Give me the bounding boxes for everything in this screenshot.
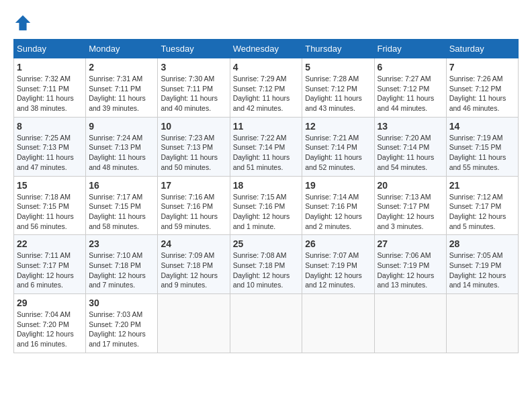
page-header bbox=[13, 13, 519, 32]
day-number: 18 bbox=[233, 180, 300, 191]
day-number: 2 bbox=[89, 62, 154, 73]
calendar-cell: 12 Sunrise: 7:21 AMSunset: 7:14 PMDaylig… bbox=[302, 117, 374, 176]
day-detail: Sunrise: 7:23 AMSunset: 7:13 PMDaylight:… bbox=[161, 134, 218, 171]
calendar-cell: 2 Sunrise: 7:31 AMSunset: 7:11 PMDayligh… bbox=[86, 58, 158, 118]
calendar-week-2: 8 Sunrise: 7:25 AMSunset: 7:13 PMDayligh… bbox=[14, 117, 519, 176]
day-detail: Sunrise: 7:09 AMSunset: 7:18 PMDaylight:… bbox=[161, 251, 218, 289]
day-detail: Sunrise: 7:26 AMSunset: 7:12 PMDaylight:… bbox=[449, 75, 506, 112]
col-header-monday: Monday bbox=[86, 40, 158, 58]
calendar-week-1: 1 Sunrise: 7:32 AMSunset: 7:11 PMDayligh… bbox=[14, 58, 519, 118]
calendar-cell: 24 Sunrise: 7:09 AMSunset: 7:18 PMDaylig… bbox=[158, 235, 230, 294]
col-header-tuesday: Tuesday bbox=[158, 40, 230, 58]
day-number: 12 bbox=[305, 121, 371, 132]
day-detail: Sunrise: 7:29 AMSunset: 7:12 PMDaylight:… bbox=[233, 75, 290, 112]
col-header-sunday: Sunday bbox=[14, 40, 86, 58]
day-number: 28 bbox=[449, 238, 515, 249]
calendar-cell: 26 Sunrise: 7:07 AMSunset: 7:19 PMDaylig… bbox=[302, 235, 374, 294]
day-number: 19 bbox=[305, 180, 371, 191]
day-number: 27 bbox=[378, 238, 443, 249]
day-number: 15 bbox=[17, 180, 83, 191]
day-detail: Sunrise: 7:15 AMSunset: 7:16 PMDaylight:… bbox=[233, 193, 290, 230]
calendar-week-3: 15 Sunrise: 7:18 AMSunset: 7:15 PMDaylig… bbox=[14, 176, 519, 235]
calendar-cell: 15 Sunrise: 7:18 AMSunset: 7:15 PMDaylig… bbox=[14, 176, 86, 235]
day-number: 14 bbox=[449, 121, 515, 132]
day-number: 21 bbox=[449, 180, 515, 191]
day-detail: Sunrise: 7:10 AMSunset: 7:18 PMDaylight:… bbox=[89, 251, 146, 289]
day-number: 17 bbox=[161, 180, 226, 191]
day-detail: Sunrise: 7:18 AMSunset: 7:15 PMDaylight:… bbox=[17, 193, 74, 230]
calendar-cell: 22 Sunrise: 7:11 AMSunset: 7:17 PMDaylig… bbox=[14, 235, 86, 294]
day-detail: Sunrise: 7:31 AMSunset: 7:11 PMDaylight:… bbox=[89, 75, 146, 112]
col-header-friday: Friday bbox=[374, 40, 446, 58]
day-detail: Sunrise: 7:11 AMSunset: 7:17 PMDaylight:… bbox=[17, 251, 74, 289]
day-number: 20 bbox=[378, 180, 443, 191]
col-header-thursday: Thursday bbox=[302, 40, 374, 58]
calendar-cell: 16 Sunrise: 7:17 AMSunset: 7:15 PMDaylig… bbox=[86, 176, 158, 235]
day-detail: Sunrise: 7:13 AMSunset: 7:17 PMDaylight:… bbox=[378, 193, 435, 230]
calendar-week-5: 29 Sunrise: 7:04 AMSunset: 7:20 PMDaylig… bbox=[14, 294, 519, 353]
day-detail: Sunrise: 7:12 AMSunset: 7:17 PMDaylight:… bbox=[449, 193, 506, 230]
day-number: 9 bbox=[89, 121, 154, 132]
calendar-cell bbox=[230, 294, 302, 353]
day-number: 13 bbox=[378, 121, 443, 132]
day-detail: Sunrise: 7:04 AMSunset: 7:20 PMDaylight:… bbox=[17, 310, 74, 348]
day-detail: Sunrise: 7:19 AMSunset: 7:15 PMDaylight:… bbox=[449, 134, 506, 171]
calendar-header: SundayMondayTuesdayWednesdayThursdayFrid… bbox=[14, 40, 519, 58]
day-detail: Sunrise: 7:30 AMSunset: 7:11 PMDaylight:… bbox=[161, 75, 218, 112]
day-detail: Sunrise: 7:24 AMSunset: 7:13 PMDaylight:… bbox=[89, 134, 146, 171]
day-number: 7 bbox=[449, 62, 515, 73]
day-detail: Sunrise: 7:17 AMSunset: 7:15 PMDaylight:… bbox=[89, 193, 146, 230]
logo bbox=[13, 13, 36, 32]
day-detail: Sunrise: 7:28 AMSunset: 7:12 PMDaylight:… bbox=[305, 75, 362, 112]
calendar-cell: 19 Sunrise: 7:14 AMSunset: 7:16 PMDaylig… bbox=[302, 176, 374, 235]
calendar-week-4: 22 Sunrise: 7:11 AMSunset: 7:17 PMDaylig… bbox=[14, 235, 519, 294]
day-detail: Sunrise: 7:03 AMSunset: 7:20 PMDaylight:… bbox=[89, 310, 146, 348]
day-detail: Sunrise: 7:14 AMSunset: 7:16 PMDaylight:… bbox=[305, 193, 362, 230]
day-detail: Sunrise: 7:16 AMSunset: 7:16 PMDaylight:… bbox=[161, 193, 218, 230]
day-number: 22 bbox=[17, 238, 83, 249]
day-number: 10 bbox=[161, 121, 226, 132]
calendar-cell: 21 Sunrise: 7:12 AMSunset: 7:17 PMDaylig… bbox=[446, 176, 518, 235]
calendar-cell: 1 Sunrise: 7:32 AMSunset: 7:11 PMDayligh… bbox=[14, 58, 86, 118]
calendar-cell: 17 Sunrise: 7:16 AMSunset: 7:16 PMDaylig… bbox=[158, 176, 230, 235]
day-detail: Sunrise: 7:22 AMSunset: 7:14 PMDaylight:… bbox=[233, 134, 290, 171]
day-detail: Sunrise: 7:07 AMSunset: 7:19 PMDaylight:… bbox=[305, 251, 362, 289]
day-number: 6 bbox=[378, 62, 443, 73]
day-number: 24 bbox=[161, 238, 226, 249]
svg-marker-0 bbox=[15, 15, 30, 30]
day-detail: Sunrise: 7:25 AMSunset: 7:13 PMDaylight:… bbox=[17, 134, 74, 171]
calendar-cell bbox=[302, 294, 374, 353]
calendar-cell: 27 Sunrise: 7:06 AMSunset: 7:19 PMDaylig… bbox=[374, 235, 446, 294]
day-number: 1 bbox=[17, 62, 83, 73]
calendar-cell: 29 Sunrise: 7:04 AMSunset: 7:20 PMDaylig… bbox=[14, 294, 86, 353]
day-detail: Sunrise: 7:08 AMSunset: 7:18 PMDaylight:… bbox=[233, 251, 290, 289]
calendar-cell: 28 Sunrise: 7:05 AMSunset: 7:19 PMDaylig… bbox=[446, 235, 518, 294]
calendar-cell: 9 Sunrise: 7:24 AMSunset: 7:13 PMDayligh… bbox=[86, 117, 158, 176]
day-number: 5 bbox=[305, 62, 371, 73]
day-detail: Sunrise: 7:05 AMSunset: 7:19 PMDaylight:… bbox=[449, 251, 506, 289]
calendar-cell bbox=[158, 294, 230, 353]
calendar-table: SundayMondayTuesdayWednesdayThursdayFrid… bbox=[13, 39, 519, 353]
calendar-cell: 5 Sunrise: 7:28 AMSunset: 7:12 PMDayligh… bbox=[302, 58, 374, 118]
day-number: 11 bbox=[233, 121, 300, 132]
day-number: 30 bbox=[89, 298, 154, 308]
day-detail: Sunrise: 7:06 AMSunset: 7:19 PMDaylight:… bbox=[378, 251, 435, 289]
logo-icon bbox=[13, 13, 32, 32]
calendar-cell: 7 Sunrise: 7:26 AMSunset: 7:12 PMDayligh… bbox=[446, 58, 518, 118]
day-number: 23 bbox=[89, 238, 154, 249]
calendar-cell: 14 Sunrise: 7:19 AMSunset: 7:15 PMDaylig… bbox=[446, 117, 518, 176]
calendar-cell: 8 Sunrise: 7:25 AMSunset: 7:13 PMDayligh… bbox=[14, 117, 86, 176]
calendar-cell: 18 Sunrise: 7:15 AMSunset: 7:16 PMDaylig… bbox=[230, 176, 302, 235]
day-number: 26 bbox=[305, 238, 371, 249]
day-detail: Sunrise: 7:32 AMSunset: 7:11 PMDaylight:… bbox=[17, 75, 74, 112]
day-number: 3 bbox=[161, 62, 226, 73]
calendar-cell bbox=[374, 294, 446, 353]
day-detail: Sunrise: 7:27 AMSunset: 7:12 PMDaylight:… bbox=[378, 75, 435, 112]
day-number: 25 bbox=[233, 238, 300, 249]
calendar-cell: 10 Sunrise: 7:23 AMSunset: 7:13 PMDaylig… bbox=[158, 117, 230, 176]
calendar-cell: 11 Sunrise: 7:22 AMSunset: 7:14 PMDaylig… bbox=[230, 117, 302, 176]
calendar-cell: 30 Sunrise: 7:03 AMSunset: 7:20 PMDaylig… bbox=[86, 294, 158, 353]
day-number: 16 bbox=[89, 180, 154, 191]
col-header-saturday: Saturday bbox=[446, 40, 518, 58]
calendar-cell: 4 Sunrise: 7:29 AMSunset: 7:12 PMDayligh… bbox=[230, 58, 302, 118]
